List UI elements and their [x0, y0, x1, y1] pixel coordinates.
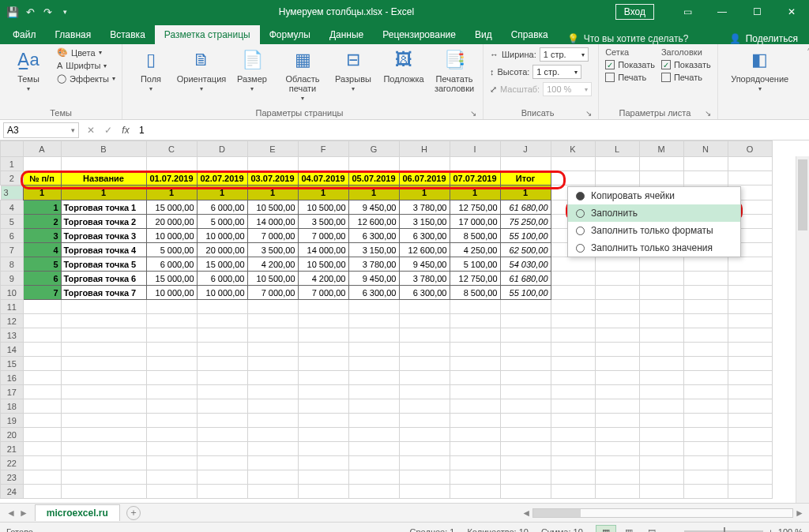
cell[interactable]	[399, 428, 450, 442]
row-header-5[interactable]: 5	[1, 215, 24, 229]
cell[interactable]	[197, 371, 247, 385]
cell[interactable]: 7 000,00	[298, 229, 348, 243]
tab-вид[interactable]: Вид	[465, 25, 502, 44]
cell[interactable]: 3 500,00	[247, 243, 298, 257]
cell[interactable]: 3 780,00	[348, 257, 399, 272]
size-button[interactable]: 📄Размер▾	[230, 47, 274, 92]
cell[interactable]	[146, 442, 197, 456]
cell[interactable]: 4 250,00	[450, 243, 500, 257]
cell[interactable]	[683, 371, 728, 385]
cell[interactable]: 15 000,00	[146, 200, 197, 215]
cell[interactable]	[146, 428, 197, 442]
cell[interactable]	[61, 157, 146, 171]
row-header-10[interactable]: 10	[1, 286, 24, 300]
cell[interactable]	[683, 357, 728, 371]
cell[interactable]	[639, 485, 683, 499]
cell[interactable]	[500, 414, 551, 428]
cell[interactable]	[23, 328, 61, 343]
cell[interactable]	[500, 314, 551, 328]
cell[interactable]	[197, 343, 247, 357]
cell[interactable]	[500, 157, 551, 171]
cell[interactable]	[348, 470, 399, 485]
cell[interactable]: 7 000,00	[247, 286, 298, 300]
tab-формулы[interactable]: Формулы	[260, 25, 320, 44]
cell[interactable]	[728, 485, 772, 499]
cell[interactable]	[61, 371, 146, 385]
cell[interactable]: 12 750,00	[450, 272, 500, 286]
row-header-13[interactable]: 13	[1, 328, 24, 343]
cell[interactable]: 6 300,00	[399, 286, 450, 300]
cell[interactable]	[298, 456, 348, 470]
cell[interactable]: 20 000,00	[146, 215, 197, 229]
cell[interactable]	[450, 157, 500, 171]
cell[interactable]: 6 000,00	[197, 272, 247, 286]
cell[interactable]	[146, 157, 197, 171]
cell[interactable]	[639, 300, 683, 314]
row-header-18[interactable]: 18	[1, 399, 24, 414]
cell[interactable]	[728, 257, 772, 272]
cell[interactable]	[348, 428, 399, 442]
cell[interactable]	[247, 357, 298, 371]
cell[interactable]: 3 150,00	[399, 215, 450, 229]
cell[interactable]	[61, 414, 146, 428]
cell[interactable]	[197, 300, 247, 314]
cell[interactable]	[146, 385, 197, 399]
fit-launcher-icon[interactable]: ↘	[585, 109, 592, 118]
minimize-icon[interactable]: —	[705, 0, 739, 24]
cell[interactable]	[146, 470, 197, 485]
cell[interactable]	[450, 399, 500, 414]
sheet-nav-next-icon[interactable]: ►	[19, 508, 28, 519]
cell[interactable]	[348, 485, 399, 499]
cell[interactable]	[639, 328, 683, 343]
cell[interactable]: 1	[197, 185, 247, 200]
cell[interactable]	[683, 272, 728, 286]
cell[interactable]	[61, 300, 146, 314]
cell[interactable]: 5 000,00	[197, 215, 247, 229]
headings-show-checkbox[interactable]: ✓Показать	[661, 60, 711, 69]
zoom-in-icon[interactable]: +	[768, 527, 773, 532]
cell[interactable]: 7	[23, 286, 61, 300]
cell[interactable]	[728, 470, 772, 485]
login-button[interactable]: Вход	[615, 4, 654, 20]
cell[interactable]: 1	[298, 185, 348, 200]
cell[interactable]	[450, 442, 500, 456]
cell[interactable]	[728, 272, 772, 286]
cell[interactable]	[595, 257, 639, 272]
cell[interactable]	[595, 272, 639, 286]
cell[interactable]	[298, 300, 348, 314]
cell[interactable]	[595, 456, 639, 470]
cell[interactable]: 06.07.2019	[399, 171, 450, 185]
cell[interactable]	[61, 456, 146, 470]
cell[interactable]	[146, 414, 197, 428]
cell[interactable]: 61 680,00	[500, 272, 551, 286]
horizontal-scrollbar[interactable]	[532, 508, 793, 518]
cell[interactable]: Торговая точка 5	[61, 257, 146, 272]
fit-height-select[interactable]: 1 стр.▾	[532, 65, 581, 79]
cell[interactable]	[197, 385, 247, 399]
cell[interactable]	[500, 328, 551, 343]
cell[interactable]	[639, 272, 683, 286]
zoom-out-icon[interactable]: −	[675, 527, 679, 532]
cell[interactable]	[348, 328, 399, 343]
cell[interactable]	[298, 371, 348, 385]
cell[interactable]	[348, 399, 399, 414]
cell[interactable]	[639, 414, 683, 428]
cell[interactable]	[728, 343, 772, 357]
cell[interactable]	[61, 485, 146, 499]
cell[interactable]	[247, 470, 298, 485]
cell[interactable]: 03.07.2019	[247, 171, 298, 185]
cell[interactable]	[639, 171, 683, 185]
cell[interactable]	[61, 314, 146, 328]
cell[interactable]: 15 000,00	[197, 257, 247, 272]
cell[interactable]	[247, 414, 298, 428]
cell[interactable]	[683, 314, 728, 328]
close-icon[interactable]: ✕	[774, 0, 809, 24]
cell[interactable]	[348, 357, 399, 371]
cell[interactable]	[23, 414, 61, 428]
cell[interactable]	[551, 371, 595, 385]
cell[interactable]	[61, 428, 146, 442]
print-titles-button[interactable]: 📑Печатать заголовки	[432, 47, 476, 93]
col-header-N[interactable]: N	[683, 141, 728, 157]
cell[interactable]: 3 500,00	[298, 215, 348, 229]
cell[interactable]	[298, 485, 348, 499]
